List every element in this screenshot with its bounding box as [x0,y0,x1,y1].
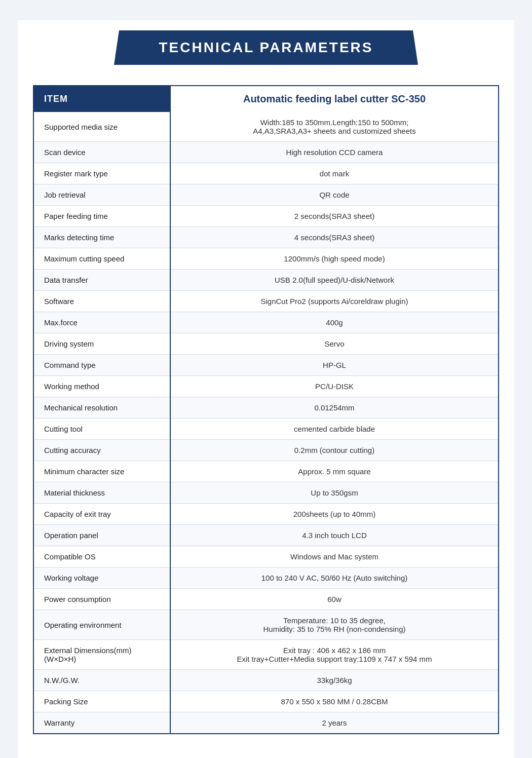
item-label: Job retrieval [33,184,170,206]
table-row: Cutting toolcemented carbide blade [33,419,499,440]
table-row: Material thicknessUp to 350gsm [33,482,499,504]
table-row: Power consumption60w [33,589,499,610]
item-label: N.W./G.W. [33,670,170,691]
item-value: Servo [170,333,499,355]
item-value: Exit tray : 406 x 462 x 186 mm Exit tray… [170,640,499,670]
item-label: Supported media size [33,112,170,142]
table-row: Mechanical resolution0.01254mm [33,397,499,419]
table-row: Capacity of exit tray200sheets (up to 40… [33,504,499,525]
item-value: HP-GL [170,355,499,376]
item-value: SignCut Pro2 (supports Ai/coreldraw plug… [170,291,499,312]
item-value: cemented carbide blade [170,419,499,440]
item-label: Cutting tool [33,419,170,440]
item-label: Max.force [33,312,170,333]
params-table: ITEM Automatic feeding label cutter SC-3… [33,85,499,734]
item-label: Minimum character size [33,461,170,482]
item-value: 0.2mm (contour cutting) [170,440,499,461]
item-value: PC/U-DISK [170,376,499,397]
item-value: 1200mm/s (high speed mode) [170,248,499,270]
item-label: Warranty [33,712,170,734]
table-row: Driving systemServo [33,333,499,355]
table-row: Operating environmentTemperature: 10 to … [33,610,499,640]
item-value: Temperature: 10 to 35 degree, Humidity: … [170,610,499,640]
item-label: Operation panel [33,525,170,546]
item-value: 870 x 550 x 580 MM / 0.28CBM [170,691,499,712]
item-label: Working method [33,376,170,397]
item-label: Working voltage [33,567,170,589]
item-value: High resolution CCD camera [170,142,499,163]
item-value: dot mark [170,163,499,184]
table-row: Cutting accuracy0.2mm (contour cutting) [33,440,499,461]
item-label: Material thickness [33,482,170,504]
table-row: Data transferUSB 2.0(full speed)/U-disk/… [33,270,499,291]
item-value: 2 years [170,712,499,734]
item-label: Software [33,291,170,312]
table-row: Minimum character sizeApprox. 5 mm squar… [33,461,499,482]
item-label: Marks detecting time [33,227,170,248]
item-label: Packing Size [33,691,170,712]
item-label: Capacity of exit tray [33,504,170,525]
item-label: Compatible OS [33,546,170,567]
item-label: Mechanical resolution [33,397,170,419]
item-value: 0.01254mm [170,397,499,419]
item-value: Windows and Mac system [170,546,499,567]
col1-header: ITEM [33,86,170,112]
title-banner: TECHNICAL PARAMETERS [114,30,418,65]
table-row: Job retrievalQR code [33,184,499,206]
item-value: 2 seconds(SRA3 sheet) [170,206,499,227]
item-label: Operating environment [33,610,170,640]
item-value: USB 2.0(full speed)/U-disk/Network [170,270,499,291]
item-value: Up to 350gsm [170,482,499,504]
item-value: Width:185 to 350mm.Length:150 to 500mm; … [170,112,499,142]
item-value: 4.3 inch touch LCD [170,525,499,546]
table-row: External Dimensions(mm) (W×D×H)Exit tray… [33,640,499,670]
table-row: Compatible OSWindows and Mac system [33,546,499,567]
table-row: Operation panel4.3 inch touch LCD [33,525,499,546]
page-container: TECHNICAL PARAMETERS ITEM Automatic feed… [18,20,514,758]
item-label: Scan device [33,142,170,163]
item-value: 400g [170,312,499,333]
table-row: Max.force400g [33,312,499,333]
item-value: 33kg/36kg [170,670,499,691]
item-label: Command type [33,355,170,376]
item-value: Approx. 5 mm square [170,461,499,482]
col2-header: Automatic feeding label cutter SC-350 [170,86,499,112]
item-value: 100 to 240 V AC, 50/60 Hz (Auto switchin… [170,567,499,589]
table-row: Packing Size870 x 550 x 580 MM / 0.28CBM [33,691,499,712]
item-value: QR code [170,184,499,206]
table-row: SoftwareSignCut Pro2 (supports Ai/coreld… [33,291,499,312]
table-row: Paper feeding time2 seconds(SRA3 sheet) [33,206,499,227]
table-row: Register mark typedot mark [33,163,499,184]
table-row: Command typeHP-GL [33,355,499,376]
item-value: 4 seconds(SRA3 sheet) [170,227,499,248]
item-value: 200sheets (up to 40mm) [170,504,499,525]
table-row: N.W./G.W.33kg/36kg [33,670,499,691]
table-row: Warranty2 years [33,712,499,734]
table-row: Maximum cutting speed1200mm/s (high spee… [33,248,499,270]
table-row: Working voltage100 to 240 V AC, 50/60 Hz… [33,567,499,589]
table-row: Working methodPC/U-DISK [33,376,499,397]
item-label: Driving system [33,333,170,355]
table-row: Scan deviceHigh resolution CCD camera [33,142,499,163]
item-label: Data transfer [33,270,170,291]
item-value: 60w [170,589,499,610]
item-label: Register mark type [33,163,170,184]
table-row: Supported media sizeWidth:185 to 350mm.L… [33,112,499,142]
item-label: Maximum cutting speed [33,248,170,270]
item-label: Cutting accuracy [33,440,170,461]
item-label: External Dimensions(mm) (W×D×H) [33,640,170,670]
item-label: Power consumption [33,589,170,610]
table-row: Marks detecting time4 seconds(SRA3 sheet… [33,227,499,248]
item-label: Paper feeding time [33,206,170,227]
